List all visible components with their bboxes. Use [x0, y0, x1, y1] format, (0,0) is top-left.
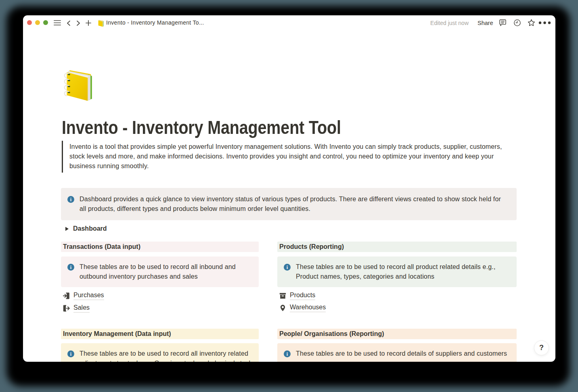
svg-text:i: i	[70, 265, 72, 270]
svg-text:i: i	[70, 197, 72, 202]
svg-text:i: i	[70, 351, 72, 357]
svg-text:i: i	[287, 351, 288, 357]
svg-text:i: i	[287, 265, 288, 270]
